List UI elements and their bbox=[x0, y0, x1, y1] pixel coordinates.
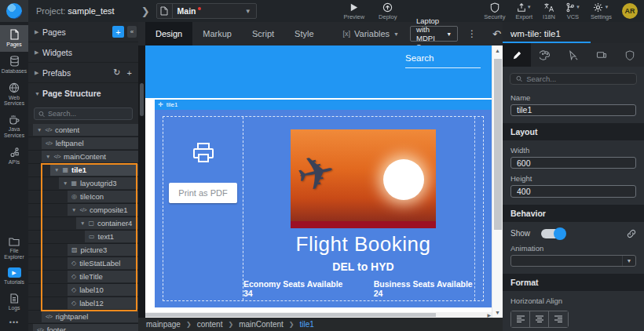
print-as-pdf-button[interactable]: Print as PDF bbox=[169, 183, 236, 203]
device-selector[interactable]: Laptop with MDPI Screen ▼ bbox=[410, 26, 458, 42]
expanded-arrow-icon[interactable]: ▼ bbox=[46, 154, 50, 159]
variables-button[interactable]: [x] Variables ▼ bbox=[343, 29, 400, 38]
canvas-vertical-scrollbar[interactable]: ▲ ▼ bbox=[492, 45, 503, 318]
expanded-arrow-icon[interactable]: ▼ bbox=[71, 207, 76, 213]
editor-tab-markup[interactable]: Markup bbox=[192, 22, 242, 45]
vscroll-thumb[interactable] bbox=[494, 59, 502, 230]
expanded-arrow-icon[interactable]: ▼ bbox=[63, 180, 68, 186]
name-input[interactable] bbox=[510, 104, 636, 116]
undo-button[interactable]: ↶ bbox=[492, 28, 501, 40]
user-avatar[interactable]: AR bbox=[622, 3, 638, 19]
tree-node-tileIcon[interactable]: ◎tileIcon bbox=[28, 191, 138, 204]
add-page-button[interactable]: + bbox=[112, 26, 124, 38]
tab-properties[interactable] bbox=[503, 43, 531, 67]
tree-node-content[interactable]: ▼</>content bbox=[28, 124, 138, 137]
collapse-left-panel-button[interactable]: « bbox=[127, 26, 137, 38]
tab-security[interactable] bbox=[616, 43, 644, 67]
breadcrumb-item-mainpage[interactable]: mainpage bbox=[146, 320, 181, 329]
prefabs-section-header[interactable]: ▶ Prefabs ↻ + bbox=[28, 63, 138, 83]
preview-button[interactable]: Preview bbox=[343, 2, 364, 20]
page-structure-section-header[interactable]: ▼ Page Structure bbox=[28, 83, 138, 104]
align-right-button[interactable] bbox=[549, 311, 568, 327]
breadcrumb-item-tile1[interactable]: tile1 bbox=[300, 320, 314, 329]
i18n-button[interactable]: I18N bbox=[543, 2, 555, 20]
tree-node-rightpanel[interactable]: </>rightpanel bbox=[28, 311, 138, 324]
printer-icon[interactable] bbox=[192, 142, 215, 164]
tile-body[interactable]: Print as PDF ✈ Flight Booking bbox=[155, 110, 492, 307]
height-input[interactable] bbox=[510, 185, 636, 197]
tree-node-label12[interactable]: ◇label12 bbox=[28, 297, 138, 311]
tile-selection-bar[interactable]: ✛ tile1 bbox=[155, 100, 492, 110]
page-search-field[interactable]: Search bbox=[405, 53, 481, 68]
expanded-arrow-icon[interactable]: ▼ bbox=[37, 127, 42, 133]
tab-device[interactable] bbox=[587, 43, 616, 67]
editor-tab-script[interactable]: Script bbox=[242, 22, 284, 45]
tree-node-tileTitle[interactable]: ◇tileTitle bbox=[28, 271, 138, 284]
tile-title-label[interactable]: Flight Booking bbox=[296, 232, 431, 256]
route-label[interactable]: DEL to HYD bbox=[332, 260, 393, 273]
economy-seats-label[interactable]: Economy Seats Available 34 bbox=[243, 279, 353, 298]
more-options-button[interactable]: ⋮ bbox=[467, 28, 477, 39]
canvas-horizontal-scrollbar[interactable]: ▶ bbox=[145, 312, 492, 318]
structure-search-input[interactable] bbox=[48, 110, 128, 118]
settings-button[interactable]: ▼ Settings bbox=[591, 2, 612, 20]
tab-styles[interactable] bbox=[531, 43, 559, 67]
tab-events[interactable] bbox=[559, 43, 587, 67]
grid-left-column[interactable]: Print as PDF bbox=[163, 117, 243, 300]
properties-search-input[interactable] bbox=[526, 75, 631, 83]
rail-item-tutorials[interactable]: ▶ Tutorials bbox=[0, 264, 28, 289]
refresh-prefabs-icon[interactable]: ↻ bbox=[113, 67, 120, 78]
tree-node-container4[interactable]: ▼▢container4 bbox=[28, 217, 138, 231]
editor-tab-style[interactable]: Style bbox=[284, 22, 324, 45]
animation-select[interactable]: ▼ bbox=[510, 255, 636, 267]
vcs-button[interactable]: ▼ VCS bbox=[565, 2, 580, 20]
page-selector[interactable]: Main ▼ bbox=[156, 3, 257, 19]
widgets-section-header[interactable]: ▶ Widgets bbox=[28, 42, 138, 63]
pages-section-header[interactable]: ▶ Pages + « bbox=[28, 22, 138, 42]
page-header-widget[interactable]: Search bbox=[145, 45, 492, 98]
rail-item-apis[interactable]: APIs bbox=[0, 143, 28, 169]
align-center-button[interactable] bbox=[530, 311, 549, 327]
expanded-arrow-icon[interactable]: ▼ bbox=[80, 220, 85, 226]
flight-photo[interactable]: ✈ bbox=[291, 129, 436, 228]
tree-node-text1[interactable]: ▭text1 bbox=[28, 231, 138, 244]
scroll-up-arrow-icon[interactable]: ▲ bbox=[495, 45, 500, 56]
rail-item-web-services[interactable]: Web Services bbox=[0, 78, 28, 111]
breadcrumb-item-content[interactable]: content bbox=[197, 320, 223, 329]
align-left-button[interactable] bbox=[511, 311, 530, 327]
tree-scrollbar[interactable] bbox=[138, 45, 145, 318]
rail-more-button[interactable]: ••• bbox=[0, 315, 28, 331]
deploy-button[interactable]: Deploy bbox=[379, 2, 397, 20]
tree-node-tileStatLabel[interactable]: ◇tileStatLabel bbox=[28, 257, 138, 271]
tree-node-composite1[interactable]: ▼</>composite1 bbox=[28, 204, 138, 217]
rail-item-java-services[interactable]: Java Services bbox=[0, 111, 28, 143]
behavior-section-header[interactable]: Behavior bbox=[503, 205, 644, 222]
tile-widget[interactable]: ✛ tile1 Print as PDF bbox=[155, 100, 492, 307]
layout-section-header[interactable]: Layout bbox=[503, 123, 644, 140]
tree-node-footer[interactable]: </>footer bbox=[28, 324, 138, 331]
expanded-arrow-icon[interactable]: ▼ bbox=[54, 167, 59, 173]
bind-property-icon[interactable] bbox=[627, 229, 636, 238]
hscroll-thumb[interactable] bbox=[145, 313, 436, 317]
add-prefab-icon[interactable]: + bbox=[127, 68, 132, 78]
breadcrumb-item-mainContent[interactable]: mainContent bbox=[239, 320, 284, 329]
format-section-header[interactable]: Format bbox=[503, 274, 644, 291]
width-input[interactable] bbox=[510, 157, 636, 169]
show-toggle[interactable] bbox=[541, 229, 565, 238]
export-button[interactable]: ▼ Export bbox=[515, 2, 532, 20]
tree-scrollbar-thumb[interactable] bbox=[140, 83, 144, 116]
move-handle-icon[interactable]: ✛ bbox=[158, 101, 163, 108]
tree-node-picture3[interactable]: ▨picture3 bbox=[28, 244, 138, 257]
tree-node-tile1[interactable]: ▼▦tile1 bbox=[28, 164, 138, 177]
scroll-right-arrow-icon[interactable]: ▶ bbox=[487, 312, 491, 318]
tree-node-label10[interactable]: ◇label10 bbox=[28, 284, 138, 297]
rail-item-databases[interactable]: Databases bbox=[0, 52, 28, 78]
tree-node-leftpanel[interactable]: </>leftpanel bbox=[28, 137, 138, 151]
rail-item-logs[interactable]: Logs bbox=[0, 289, 28, 315]
tree-node-mainContent[interactable]: ▼</>mainContent bbox=[28, 151, 138, 164]
scroll-down-arrow-icon[interactable]: ▼ bbox=[495, 307, 500, 318]
editor-tab-design[interactable]: Design bbox=[145, 22, 192, 45]
rail-item-pages[interactable]: Pages bbox=[0, 25, 28, 52]
layout-grid-selection[interactable]: Print as PDF ✈ Flight Booking bbox=[163, 116, 484, 301]
grid-right-column[interactable]: ✈ Flight Booking DEL to HYD Economy Seat… bbox=[243, 117, 483, 300]
